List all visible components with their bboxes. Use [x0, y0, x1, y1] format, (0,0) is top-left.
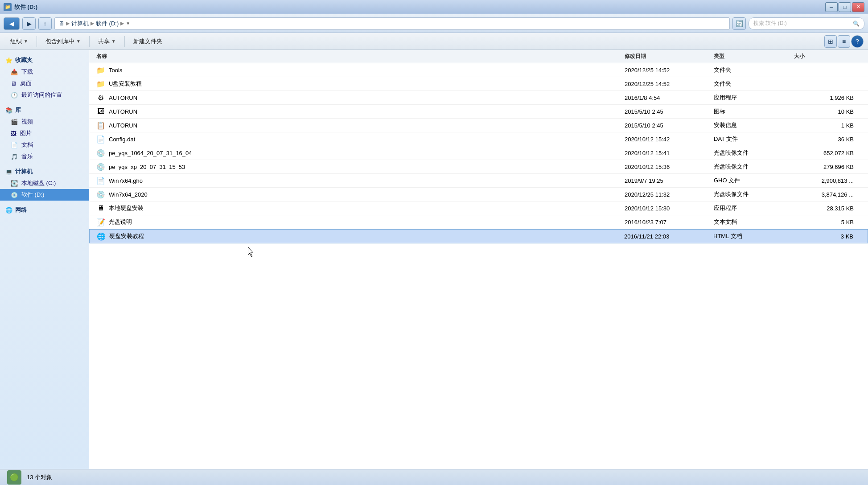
file-name-text: 本地硬盘安装 — [109, 204, 144, 212]
address-bar: ◀ ▶ ↑ 🖥 ▶ 计算机 ▶ 软件 (D:) ▶ ▼ 🔄 搜索 软件 (D:)… — [0, 14, 868, 33]
file-type: 光盘映像文件 — [714, 149, 794, 157]
table-row[interactable]: 🖼AUTORUN2015/5/10 2:45图标10 KB — [89, 105, 868, 119]
col-type[interactable]: 类型 — [714, 53, 794, 60]
network-label: 网络 — [15, 206, 27, 214]
file-name-cell: 📄Config.dat — [96, 135, 625, 144]
file-name-text: 硬盘安装教程 — [109, 232, 144, 240]
breadcrumb-computer[interactable]: 计算机 — [71, 20, 89, 28]
breadcrumb-drive[interactable]: 软件 (D:) — [96, 20, 119, 28]
share-button[interactable]: 共享 ▼ — [92, 35, 122, 48]
file-type-icon: ⚙ — [96, 93, 105, 102]
pictures-label: 图片 — [20, 129, 32, 137]
breadcrumb-bar[interactable]: 🖥 ▶ 计算机 ▶ 软件 (D:) ▶ ▼ — [54, 17, 730, 30]
sidebar-item-drive-d[interactable]: 💿 软件 (D:) — [0, 189, 89, 201]
file-name-text: Tools — [109, 67, 122, 74]
file-size: 3 KB — [794, 233, 860, 240]
table-row[interactable]: 📁Tools2020/12/25 14:52文件夹 — [89, 63, 868, 77]
refresh-button[interactable]: 🔄 — [732, 17, 746, 30]
view-options-button[interactable]: ⊞ — [824, 35, 837, 48]
minimize-button[interactable]: ─ — [825, 2, 838, 12]
file-type: 安装信息 — [714, 121, 794, 129]
file-size: 3,874,126 ... — [794, 191, 861, 198]
file-type-icon: 💿 — [96, 148, 105, 157]
file-name-text: pe_yqs_1064_20_07_31_16_04 — [109, 150, 192, 156]
file-name-cell: 💿Win7x64_2020 — [96, 190, 625, 199]
music-label: 音乐 — [21, 152, 33, 160]
file-size: 279,696 KB — [794, 164, 861, 170]
file-name-cell: 📁Tools — [96, 66, 625, 74]
file-modified: 2020/12/25 14:52 — [625, 67, 714, 74]
file-name-text: U盘安装教程 — [109, 80, 142, 88]
sidebar-item-download[interactable]: 📥 下载 — [0, 66, 89, 78]
file-name-text: AUTORUN — [109, 95, 137, 101]
file-modified: 2015/5/10 2:45 — [625, 122, 714, 129]
include-library-button[interactable]: 包含到库中 ▼ — [40, 35, 86, 48]
new-folder-label: 新建文件夹 — [133, 37, 162, 45]
table-row[interactable]: 📄Win7x64.gho2019/9/7 19:25GHO 文件2,900,81… — [89, 174, 868, 188]
sidebar-item-desktop[interactable]: 🖥 桌面 — [0, 78, 89, 89]
search-icon[interactable]: 🔍 — [853, 21, 860, 27]
video-label: 视频 — [21, 118, 33, 126]
up-button[interactable]: ↑ — [38, 17, 52, 30]
file-type: HTML 文档 — [713, 232, 794, 240]
sidebar-computer-header[interactable]: 💻 计算机 — [0, 166, 89, 177]
col-size[interactable]: 大小 — [794, 53, 861, 60]
breadcrumb-expand[interactable]: ▼ — [126, 21, 130, 26]
view-toggle-button[interactable]: ≡ — [838, 35, 850, 48]
sidebar-network-header[interactable]: 🌐 网络 — [0, 204, 89, 216]
sidebar-section-computer: 💻 计算机 💽 本地磁盘 (C:) 💿 软件 (D:) — [0, 166, 89, 201]
table-row[interactable]: 💿pe_yqs_xp_20_07_31_15_532020/10/12 15:3… — [89, 160, 868, 174]
table-row[interactable]: ⚙AUTORUN2016/1/8 4:54应用程序1,926 KB — [89, 91, 868, 105]
help-button[interactable]: ? — [851, 35, 864, 48]
file-size: 2,900,813 ... — [794, 177, 861, 184]
toolbar-sep2 — [89, 36, 90, 47]
new-folder-button[interactable]: 新建文件夹 — [128, 35, 168, 48]
sidebar-item-video[interactable]: 🎬 视频 — [0, 116, 89, 127]
sidebar-item-recent[interactable]: 🕐 最近访问的位置 — [0, 89, 89, 101]
sidebar-item-music[interactable]: 🎵 音乐 — [0, 151, 89, 162]
close-button[interactable]: ✕ — [852, 2, 864, 12]
sidebar-favorites-header[interactable]: ⭐ 收藏夹 — [0, 54, 89, 66]
table-row[interactable]: 💿pe_yqs_1064_20_07_31_16_042020/10/12 15… — [89, 146, 868, 160]
sidebar-section-library: 📚 库 🎬 视频 🖼 图片 📄 文档 🎵 音乐 — [0, 104, 89, 162]
file-type-icon: 🌐 — [97, 232, 106, 241]
table-row[interactable]: 🌐硬盘安装教程2016/11/21 22:03HTML 文档3 KB — [89, 229, 868, 243]
table-row[interactable]: 💿Win7x64_20202020/12/25 11:32光盘映像文件3,874… — [89, 188, 868, 201]
file-type: GHO 文件 — [714, 177, 794, 185]
recent-icon: 🕐 — [11, 92, 18, 99]
file-size: 28,315 KB — [794, 205, 861, 212]
file-name-cell: 🌐硬盘安装教程 — [97, 232, 624, 241]
file-size: 10 KB — [794, 108, 861, 115]
forward-button[interactable]: ▶ — [22, 17, 36, 30]
download-icon: 📥 — [11, 69, 18, 75]
table-row[interactable]: 📋AUTORUN2015/5/10 2:45安装信息1 KB — [89, 119, 868, 132]
music-icon: 🎵 — [11, 153, 18, 160]
sidebar-item-drive-c[interactable]: 💽 本地磁盘 (C:) — [0, 177, 89, 189]
drive-c-icon: 💽 — [11, 180, 18, 187]
maximize-button[interactable]: □ — [839, 2, 851, 12]
table-row[interactable]: 📁U盘安装教程2020/12/25 14:52文件夹 — [89, 77, 868, 91]
file-name-cell: 📋AUTORUN — [96, 121, 625, 130]
titlebar-controls: ─ □ ✕ — [825, 2, 864, 12]
file-modified: 2020/10/12 15:41 — [625, 150, 714, 156]
table-row[interactable]: 📄Config.dat2020/10/12 15:42DAT 文件36 KB — [89, 132, 868, 146]
back-button[interactable]: ◀ — [4, 17, 20, 30]
file-name-cell: ⚙AUTORUN — [96, 93, 625, 102]
organize-label: 组织 — [10, 37, 22, 45]
file-type: 文件夹 — [714, 66, 794, 74]
table-row[interactable]: 🖥本地硬盘安装2020/10/12 15:30应用程序28,315 KB — [89, 201, 868, 215]
search-bar[interactable]: 搜索 软件 (D:) 🔍 — [749, 17, 864, 30]
file-type-icon: 📁 — [96, 79, 105, 88]
sidebar: ⭐ 收藏夹 📥 下载 🖥 桌面 🕐 最近访问的位置 📚 库 — [0, 50, 89, 469]
table-row[interactable]: 📝光盘说明2016/10/23 7:07文本文档5 KB — [89, 215, 868, 229]
sidebar-item-documents[interactable]: 📄 文档 — [0, 139, 89, 151]
sidebar-library-header[interactable]: 📚 库 — [0, 104, 89, 116]
col-name[interactable]: 名称 — [96, 53, 625, 60]
sidebar-item-pictures[interactable]: 🖼 图片 — [0, 127, 89, 139]
col-modified[interactable]: 修改日期 — [625, 53, 714, 60]
file-type-icon: 💿 — [96, 190, 105, 199]
file-modified: 2020/10/12 15:36 — [625, 164, 714, 170]
organize-button[interactable]: 组织 ▼ — [4, 35, 34, 48]
drive-c-label: 本地磁盘 (C:) — [21, 179, 56, 187]
file-modified: 2016/10/23 7:07 — [625, 219, 714, 226]
